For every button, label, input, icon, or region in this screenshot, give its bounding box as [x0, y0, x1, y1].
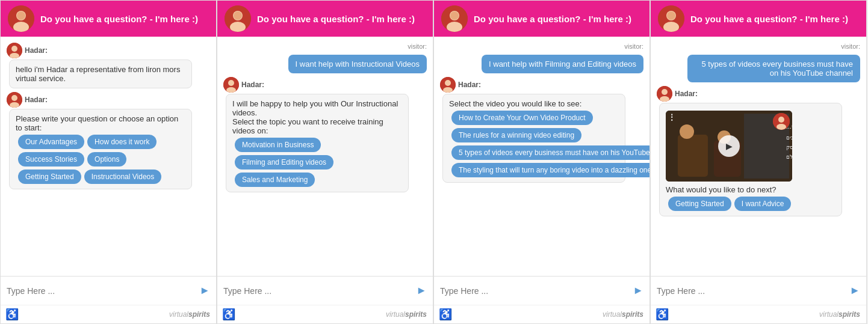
btn-getting-started[interactable]: Getting Started	[18, 170, 81, 184]
msg-row-4-1: Hadar: חמשת סוגי...	[657, 86, 860, 216]
accessibility-icon-2: ♿	[222, 308, 235, 321]
send-btn-2[interactable]: ►	[416, 284, 427, 297]
agent-name-1-1: Hadar:	[25, 46, 48, 55]
btn-instructional-videos[interactable]: Instructional Videos	[84, 170, 162, 184]
bottom-bar-2: ♿ virtualspirits	[217, 305, 433, 323]
agent-label-4-1: Hadar:	[657, 86, 860, 102]
bubble-agent-3-1: Select the video you would like to see: …	[442, 94, 625, 183]
bottom-bar-4: ♿ virtualspirits	[651, 305, 866, 323]
svg-point-5	[11, 46, 17, 52]
brand-2: virtualspirits	[386, 310, 427, 319]
agent-label-1-2: Hadar:	[7, 92, 210, 108]
chat-footer-2: ►	[217, 276, 433, 305]
buttons-row-1-2: Our Advantages How does it work Success …	[18, 135, 185, 184]
brand-4: virtualspirits	[819, 310, 860, 319]
send-btn-1[interactable]: ►	[199, 284, 210, 297]
chat-footer-4: ►	[651, 276, 866, 305]
svg-point-34	[680, 124, 694, 139]
agent-mini-avatar-1-1	[7, 43, 22, 58]
svg-point-20	[450, 11, 459, 20]
btn-sales-marketing[interactable]: Sales and Marketing	[235, 173, 315, 187]
svg-point-3	[17, 11, 25, 20]
brand-1: virtualspirits	[169, 310, 210, 319]
visitor-label-2: visitor:	[223, 43, 427, 50]
agent-mini-avatar-1-2	[7, 92, 22, 108]
chat-body-2: visitor: I want help with Instructional …	[217, 37, 433, 276]
visitor-label-4: visitor:	[657, 43, 860, 50]
header-text-4: Do you have a question? - I'm here :)	[690, 14, 848, 24]
bubble-agent-4-1: חמשת סוגי... הסרטונים שכל עסק חייב לצלם …	[659, 103, 842, 216]
header-avatar-3	[441, 5, 468, 32]
accessibility-icon-1: ♿	[5, 308, 19, 321]
msg-row-2-1: Hadar: I will be happy to help you with …	[223, 77, 427, 192]
bubble-visitor-4: 5 types of videos every business must ha…	[687, 55, 860, 82]
agent-name-2-1: Hadar:	[241, 81, 264, 89]
agent-mini-avatar-4-1	[657, 86, 672, 102]
bubble-agent-1-1: hello i'm Hadar a representative from li…	[9, 60, 192, 88]
btn-options[interactable]: Options	[87, 152, 126, 167]
bottom-bar-3: ♿ virtualspirits	[434, 305, 649, 323]
chat-body-1: Hadar: hello i'm Hadar a representative …	[1, 37, 216, 276]
btn-5-types-videos[interactable]: 5 types of videos every business must ha…	[451, 145, 649, 160]
header-text-1: Do you have a question? - I'm here :)	[40, 14, 198, 24]
btn-our-advantages[interactable]: Our Advantages	[18, 135, 84, 149]
chat-header-2: Do you have a question? - I'm here :)	[217, 1, 433, 37]
bubble-agent-2-1: I will be happy to help you with Our Ins…	[226, 94, 409, 192]
brand-3: virtualspirits	[603, 310, 643, 319]
chat-body-3: visitor: I want help with Filming and Ed…	[434, 37, 649, 276]
agent-mini-avatar-2-1	[223, 77, 239, 93]
send-btn-4[interactable]: ►	[849, 284, 860, 297]
header-avatar-2	[225, 5, 251, 32]
chat-footer-1: ►	[1, 276, 216, 305]
visitor-label-3: visitor:	[440, 43, 643, 50]
btn-how-does-it-work[interactable]: How does it work	[87, 135, 157, 149]
video-menu-icon: ⋮	[668, 113, 675, 121]
svg-point-29	[662, 89, 668, 95]
svg-rect-32	[678, 135, 708, 177]
type-input-3[interactable]	[440, 286, 633, 296]
btn-create-video-product[interactable]: How to Create Your Own Video Product	[451, 111, 593, 125]
agent-name-4-1: Hadar:	[675, 90, 698, 98]
buttons-row-2-1: Motivation in Business Filming and Editi…	[235, 138, 402, 187]
bottom-bar-1: ♿ virtualspirits	[1, 305, 216, 323]
chat-header-3: Do you have a question? - I'm here :)	[434, 1, 649, 37]
accessibility-icon-3: ♿	[439, 308, 452, 321]
video-thumbnail[interactable]: חמשת סוגי... הסרטונים שכל עסק חייב לצלם …	[666, 111, 792, 182]
btn-styling-video[interactable]: The styling that will turn any boring vi…	[451, 163, 649, 177]
type-input-2[interactable]	[223, 286, 416, 296]
btn-motivation[interactable]: Motivation in Business	[235, 138, 321, 152]
btn-filming[interactable]: Filming and Editing videos	[235, 155, 333, 170]
header-avatar-4	[658, 5, 684, 32]
msg-row-3-1: Hadar: Select the video you would like t…	[440, 77, 643, 183]
agent-label-3-1: Hadar:	[440, 77, 643, 93]
header-avatar-1	[8, 5, 34, 32]
chat-panel-2: Do you have a question? - I'm here :) vi…	[217, 0, 433, 324]
svg-text:חייב לצלם: חייב לצלם	[786, 154, 792, 160]
btn-getting-started-4[interactable]: Getting Started	[668, 197, 731, 211]
bubble-visitor-3: I want help with Filming and Editing vid…	[482, 55, 643, 73]
header-text-3: Do you have a question? - I'm here :)	[474, 14, 631, 24]
send-btn-3[interactable]: ►	[633, 284, 643, 297]
buttons-row-4-1: Getting Started I want Advice	[668, 197, 835, 211]
btn-want-advice[interactable]: I want Advice	[734, 197, 792, 211]
btn-winning-editing[interactable]: The rules for a winning video editing	[451, 128, 581, 142]
type-input-4[interactable]	[657, 286, 849, 296]
svg-text:הסרטונים: הסרטונים	[786, 135, 792, 141]
chat-header-4: Do you have a question? - I'm here :)	[651, 1, 866, 37]
svg-point-8	[11, 95, 17, 101]
agent-name-1-2: Hadar:	[25, 96, 48, 104]
agent-name-3-1: Hadar:	[458, 81, 481, 89]
agent-label-2-1: Hadar:	[223, 77, 427, 93]
svg-point-42	[778, 117, 784, 123]
svg-point-22	[445, 80, 451, 86]
svg-point-13	[234, 11, 242, 20]
chat-panel-3: Do you have a question? - I'm here :) vi…	[433, 0, 650, 324]
svg-text:שכל עסק: שכל עסק	[786, 144, 792, 150]
play-button[interactable]: ▶	[718, 135, 740, 157]
svg-point-15	[228, 80, 234, 86]
header-text-2: Do you have a question? - I'm here :)	[257, 14, 415, 24]
buttons-row-3-1: How to Create Your Own Video Product The…	[451, 111, 619, 177]
type-input-1[interactable]	[7, 286, 199, 296]
agent-label-1-1: Hadar:	[7, 43, 210, 58]
btn-success-stories[interactable]: Success Stories	[18, 152, 84, 167]
